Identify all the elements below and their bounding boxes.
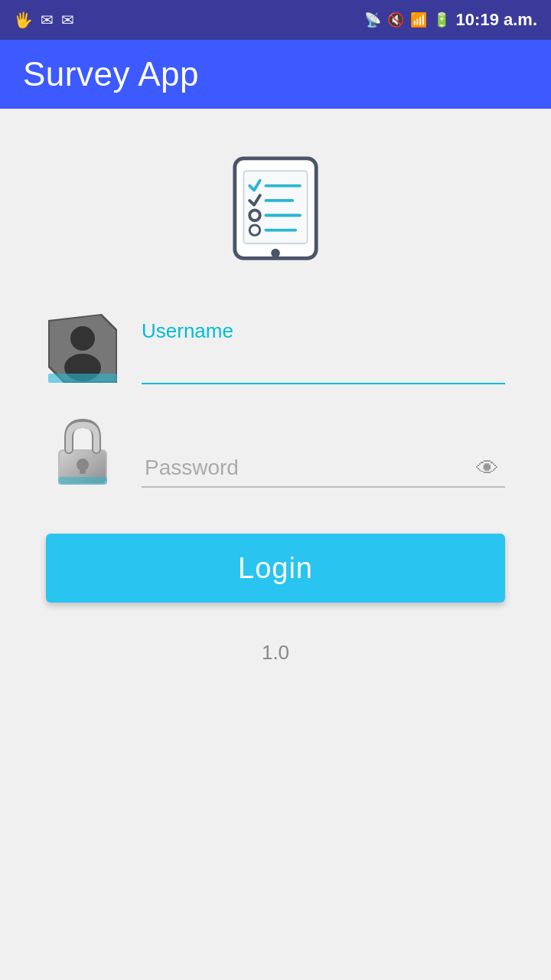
status-bar-right: 📡 🔇 📶 🔋 10:19 a.m. [364,10,537,30]
notification-icon-1: 🖐 [14,11,33,29]
version-label: 1.0 [262,641,289,665]
email-icon-2: ✉ [61,11,74,29]
cast-icon: 📡 [364,11,381,28]
status-bar: 🖐 ✉ ✉ 📡 🔇 📶 🔋 10:19 a.m. [0,0,551,40]
password-toggle-icon[interactable]: 👁 [476,456,499,482]
lock-icon [49,417,116,486]
main-content: Username [0,109,551,980]
status-bar-left: 🖐 ✉ ✉ [14,11,74,29]
user-icon-wrapper [46,312,119,384]
survey-icon-wrapper [226,155,325,266]
username-field-row: Username [46,312,505,384]
app-bar: Survey App [0,40,551,109]
survey-icon [226,155,325,266]
form-container: Username [46,312,505,488]
lock-icon-wrapper [46,415,119,488]
svg-rect-18 [58,477,107,485]
svg-point-2 [271,249,280,258]
username-input-wrapper [142,346,505,384]
username-input[interactable] [142,346,505,384]
svg-rect-17 [80,465,86,474]
password-input[interactable] [142,449,505,488]
password-field-row: 👁 [46,415,505,488]
signal-icon: 📶 [410,11,427,28]
svg-rect-1 [243,171,307,243]
email-icon-1: ✉ [41,11,54,29]
user-icon [48,314,117,383]
login-button[interactable]: Login [46,534,505,603]
svg-point-11 [70,326,95,351]
mute-icon: 🔇 [387,11,404,28]
password-input-wrapper: 👁 [142,449,505,488]
svg-rect-13 [48,374,117,383]
app-title: Survey App [23,55,199,93]
password-input-group: 👁 [142,449,505,488]
username-input-group: Username [142,319,505,384]
time-display: 10:19 a.m. [456,10,537,30]
battery-icon: 🔋 [433,11,450,28]
username-label: Username [142,319,505,343]
